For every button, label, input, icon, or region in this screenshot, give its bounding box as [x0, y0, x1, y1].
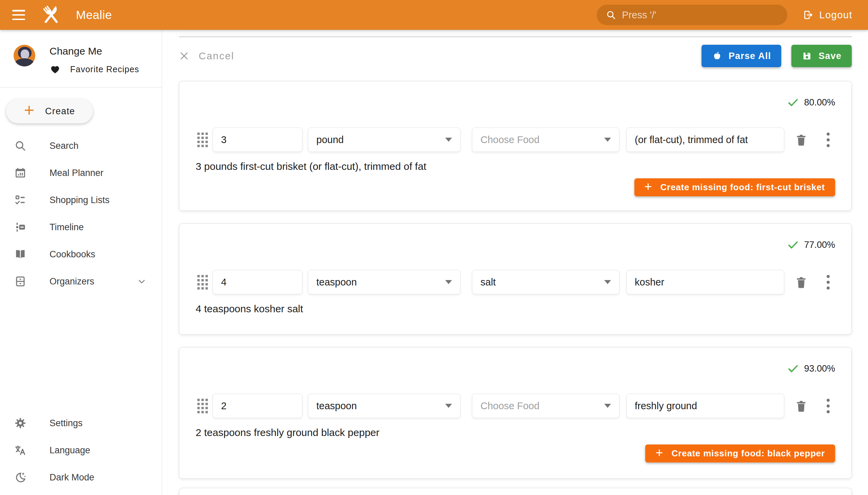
create-missing-food-button[interactable]: + Create missing food: first-cut brisket [634, 178, 835, 196]
confidence-value: 93.00% [804, 363, 835, 374]
ingredient-card: 93.00% teaspoon Choose Food [179, 347, 852, 479]
dropdown-arrow-icon [445, 404, 452, 408]
sidebar-item-shopping-lists[interactable]: Shopping Lists [0, 186, 162, 214]
book-icon [14, 248, 27, 261]
note-input[interactable] [626, 270, 784, 294]
sidebar-divider [0, 87, 162, 87]
delete-button[interactable] [794, 274, 809, 290]
magnify-icon [14, 139, 27, 153]
sidebar-item-dark-mode[interactable]: Dark Mode [0, 464, 162, 491]
unit-select[interactable]: teaspoon [308, 270, 460, 294]
food-select[interactable]: Choose Food [472, 127, 619, 152]
confidence-row: 93.00% [195, 347, 835, 375]
search-icon [606, 10, 616, 20]
sidebar-item-search[interactable]: Search [0, 132, 162, 159]
cancel-label: Cancel [199, 51, 234, 62]
food-select[interactable]: Choose Food [472, 394, 619, 418]
global-search[interactable] [597, 5, 787, 25]
dropdown-arrow-icon [604, 280, 611, 284]
logout-button[interactable]: Logout [799, 4, 856, 26]
amount-input[interactable] [212, 127, 303, 152]
check-icon [787, 362, 799, 375]
amount-input[interactable] [212, 394, 303, 418]
sidebar-nav: Search Meal Planner [0, 132, 162, 295]
ingredient-card: 77.00% teaspoon salt [179, 223, 852, 335]
sidebar-item-settings[interactable]: Settings [0, 410, 162, 437]
original-ingredient-text: 2 teaspoons freshly ground black pepper [195, 427, 835, 438]
apple-icon [712, 51, 722, 62]
hamburger-menu-icon[interactable] [12, 10, 25, 20]
save-label: Save [818, 51, 841, 62]
logout-label: Logout [819, 10, 852, 21]
delete-button[interactable] [794, 132, 809, 148]
heart-icon [50, 64, 61, 75]
check-icon [787, 96, 799, 108]
dropdown-arrow-icon [445, 138, 452, 142]
parse-all-label: Parse All [729, 51, 771, 62]
unit-select[interactable]: pound [308, 127, 460, 152]
favorite-recipes-label: Favorite Recipes [70, 64, 139, 74]
delete-button[interactable] [794, 398, 809, 414]
ingredient-card-partial [179, 488, 852, 495]
ingredient-toolbar: Cancel Parse All Save [179, 45, 852, 67]
avatar [14, 45, 35, 66]
amount-input[interactable] [212, 270, 303, 294]
ingredient-card: 80.00% pound Choose Food [179, 81, 852, 211]
original-ingredient-text: 3 pounds first-cut brisket (or flat-cut)… [195, 161, 835, 172]
ingredient-row: teaspoon salt [195, 270, 835, 294]
trash-icon [794, 398, 809, 414]
kebab-menu-icon[interactable] [823, 399, 833, 413]
plus-icon: + [24, 101, 34, 119]
drag-handle-icon[interactable] [195, 396, 209, 415]
drag-handle-icon[interactable] [195, 130, 209, 149]
dropdown-arrow-icon [445, 280, 452, 284]
create-missing-food-button[interactable]: + Create missing food: black pepper [645, 444, 835, 462]
translate-icon [14, 443, 27, 457]
cancel-button[interactable]: Cancel [179, 51, 234, 62]
parse-all-button[interactable]: Parse All [701, 45, 781, 67]
dropdown-arrow-icon [604, 404, 611, 408]
note-input[interactable] [626, 127, 784, 152]
checklist-icon [14, 193, 27, 207]
unit-select[interactable]: teaspoon [308, 394, 460, 418]
sidebar-item-meal-planner[interactable]: Meal Planner [0, 159, 162, 186]
sidebar-item-organizers[interactable]: Organizers [0, 268, 162, 295]
close-icon [179, 51, 189, 61]
app-title: Mealie [76, 8, 112, 22]
kebab-menu-icon[interactable] [823, 133, 833, 147]
mealie-logo-icon [39, 3, 63, 27]
sidebar-footer: Settings Language Dark Mode [0, 410, 162, 491]
check-icon [787, 239, 799, 251]
note-input[interactable] [626, 394, 784, 418]
user-name: Change Me [50, 46, 139, 57]
sidebar-item-language[interactable]: Language [0, 437, 162, 464]
sidebar-item-cookbooks[interactable]: Cookbooks [0, 241, 162, 268]
user-profile[interactable]: Change Me Favorite Recipes [0, 30, 162, 75]
ingredient-row: pound Choose Food [195, 127, 835, 152]
drag-handle-icon[interactable] [195, 273, 209, 292]
save-button[interactable]: Save [792, 45, 852, 67]
kebab-menu-icon[interactable] [823, 275, 833, 290]
section-divider [179, 36, 852, 37]
gear-icon [14, 416, 27, 430]
create-button[interactable]: + Create [6, 99, 93, 123]
timeline-icon [14, 220, 27, 234]
confidence-row: 77.00% [195, 224, 835, 251]
plus-icon: + [656, 445, 663, 460]
logout-icon [802, 9, 814, 21]
favorite-recipes-link[interactable]: Favorite Recipes [50, 64, 139, 75]
sidebar: Change Me Favorite Recipes + Create Sear… [0, 30, 162, 495]
moon-stars-icon [14, 471, 27, 484]
save-icon [802, 51, 812, 62]
calendar-icon [14, 166, 27, 180]
original-ingredient-text: 4 teaspoons kosher salt [195, 303, 835, 314]
main-content: Cancel Parse All Save 8 [163, 30, 868, 495]
search-input[interactable] [622, 10, 783, 21]
sidebar-item-timeline[interactable]: Timeline [0, 214, 162, 241]
ingredient-row: teaspoon Choose Food [195, 394, 835, 418]
food-select[interactable]: salt [472, 270, 619, 294]
confidence-value: 80.00% [804, 97, 835, 108]
chevron-down-icon [137, 276, 147, 287]
trash-icon [794, 132, 809, 148]
confidence-value: 77.00% [804, 240, 835, 250]
